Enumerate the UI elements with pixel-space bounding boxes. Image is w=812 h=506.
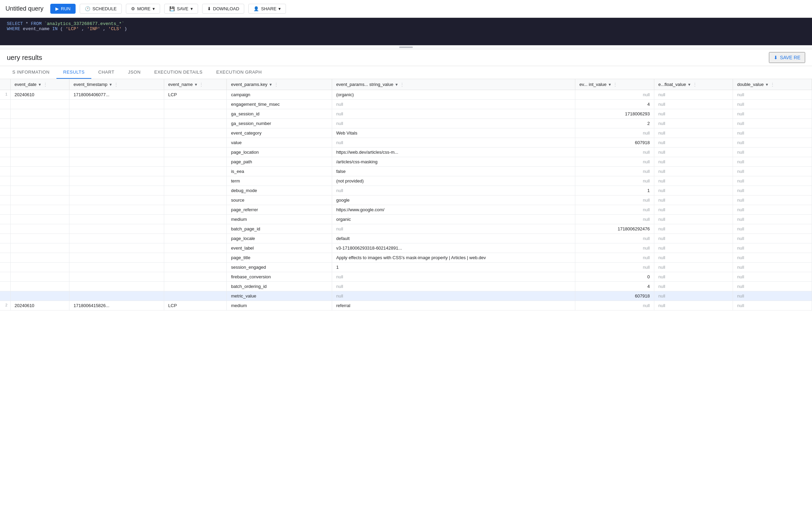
event-name-cell xyxy=(164,234,227,243)
table-row: firebase_conversionnull0nullnull xyxy=(0,272,812,282)
string-value-cell: Web Vitals xyxy=(332,128,575,138)
param-key-cell: page_location xyxy=(227,148,332,157)
col-header-float-value[interactable]: e...float_value ▼ ⋮ xyxy=(654,79,733,90)
col-header-event-name[interactable]: event_name ▼ ⋮ xyxy=(164,79,227,90)
event-date-cell xyxy=(10,272,69,282)
resize-string-value[interactable]: ⋮ xyxy=(400,82,401,87)
tab-chart[interactable]: CHART xyxy=(91,66,121,79)
param-key-cell: ga_session_number xyxy=(227,119,332,128)
float-value-cell: null xyxy=(654,128,733,138)
row-number: 2 xyxy=(0,301,10,311)
col-header-event-timestamp[interactable]: event_timestamp ▼ ⋮ xyxy=(69,79,164,90)
resize-handle[interactable] xyxy=(0,45,812,49)
row-number xyxy=(0,234,10,243)
string-value-cell: default xyxy=(332,234,575,243)
chevron-down-icon-share: ▾ xyxy=(278,6,281,11)
string-value-cell: (organic) xyxy=(332,90,575,100)
col-header-event-date[interactable]: event_date ▼ ⋮ xyxy=(10,79,69,90)
col-header-double-value[interactable]: double_value ▼ ⋮ xyxy=(733,79,812,90)
event-name-cell xyxy=(164,263,227,272)
event-date-cell xyxy=(10,138,69,148)
tab-results[interactable]: RESULTS xyxy=(56,66,92,79)
resize-event-date[interactable]: ⋮ xyxy=(43,82,44,87)
double-value-cell: null xyxy=(733,215,812,224)
share-icon: 👤 xyxy=(253,6,259,11)
save-icon: 💾 xyxy=(169,6,175,11)
sql-editor[interactable]: SELECT * FROM `analytics_337268677.event… xyxy=(0,18,812,45)
double-value-cell: null xyxy=(733,186,812,195)
save-results-button[interactable]: ⬇ SAVE RE xyxy=(769,52,805,63)
double-value-cell: null xyxy=(733,243,812,253)
results-header: uery results ⬇ SAVE RE xyxy=(0,49,812,66)
int-value-cell: null xyxy=(575,301,654,311)
param-key-cell: page_title xyxy=(227,253,332,263)
resize-double-value[interactable]: ⋮ xyxy=(770,82,772,87)
double-value-cell: null xyxy=(733,263,812,272)
row-number xyxy=(0,138,10,148)
tab-schema[interactable]: S INFORMATION xyxy=(5,66,56,79)
sort-icon-event-params-key: ▼ xyxy=(269,83,273,87)
int-value-cell: 1718006292476 xyxy=(575,224,654,234)
string-value-cell: null xyxy=(332,100,575,109)
int-value-cell: null xyxy=(575,215,654,224)
param-key-cell: event_category xyxy=(227,128,332,138)
event-date-cell xyxy=(10,282,69,291)
event-date-cell xyxy=(10,148,69,157)
table-row: page_locationhttps://web.dev/articles/cs… xyxy=(0,148,812,157)
row-number xyxy=(0,253,10,263)
float-value-cell: null xyxy=(654,224,733,234)
col-header-event-params-key[interactable]: event_params.key ▼ ⋮ xyxy=(227,79,332,90)
download-button[interactable]: ⬇ DOWNLOAD xyxy=(202,4,245,14)
schedule-button[interactable]: 🕐 SCHEDULE xyxy=(80,4,122,14)
more-button[interactable]: ⚙ MORE ▾ xyxy=(126,4,160,14)
table-row: page_referrerhttps://www.google.com/null… xyxy=(0,205,812,215)
event-timestamp-cell xyxy=(69,167,164,176)
tab-json[interactable]: JSON xyxy=(121,66,147,79)
param-key-cell: batch_page_id xyxy=(227,224,332,234)
param-key-cell: source xyxy=(227,195,332,205)
event-timestamp-cell xyxy=(69,119,164,128)
int-value-cell: null xyxy=(575,234,654,243)
table-header-row: event_date ▼ ⋮ event_timestamp ▼ ⋮ event… xyxy=(0,79,812,90)
table-row: page_titleApply effects to images with C… xyxy=(0,253,812,263)
param-key-cell: firebase_conversion xyxy=(227,272,332,282)
event-date-cell xyxy=(10,195,69,205)
col-header-string-value[interactable]: event_params... string_value ▼ ⋮ xyxy=(332,79,575,90)
event-name-cell xyxy=(164,186,227,195)
row-number xyxy=(0,148,10,157)
sort-icon-event-date: ▼ xyxy=(38,83,42,87)
resize-event-name[interactable]: ⋮ xyxy=(199,82,200,87)
int-value-cell: null xyxy=(575,205,654,215)
event-date-cell xyxy=(10,119,69,128)
string-value-cell: null xyxy=(332,186,575,195)
float-value-cell: null xyxy=(654,291,733,301)
resize-event-timestamp[interactable]: ⋮ xyxy=(114,82,115,87)
save-button[interactable]: 💾 SAVE ▾ xyxy=(164,4,198,14)
int-value-cell: 1718006293 xyxy=(575,109,654,119)
col-header-int-value[interactable]: ev... int_value ▼ ⋮ xyxy=(575,79,654,90)
event-date-cell xyxy=(10,224,69,234)
resize-int-value[interactable]: ⋮ xyxy=(613,82,614,87)
row-number xyxy=(0,272,10,282)
tab-execution-graph[interactable]: EXECUTION GRAPH xyxy=(209,66,269,79)
share-button[interactable]: 👤 SHARE ▾ xyxy=(248,4,286,14)
row-number xyxy=(0,167,10,176)
string-value-cell: null xyxy=(332,224,575,234)
row-number xyxy=(0,291,10,301)
param-key-cell: term xyxy=(227,176,332,186)
resize-float-value[interactable]: ⋮ xyxy=(693,82,694,87)
resize-event-params-key[interactable]: ⋮ xyxy=(274,82,275,87)
sort-icon-event-name: ▼ xyxy=(194,83,198,87)
run-icon: ▶ xyxy=(55,6,59,11)
float-value-cell: null xyxy=(654,301,733,311)
event-timestamp-cell xyxy=(69,138,164,148)
event-date-cell xyxy=(10,234,69,243)
int-value-cell: 4 xyxy=(575,282,654,291)
event-timestamp-cell xyxy=(69,282,164,291)
param-key-cell: is_eea xyxy=(227,167,332,176)
int-value-cell: 4 xyxy=(575,100,654,109)
schedule-icon: 🕐 xyxy=(85,6,90,11)
run-button[interactable]: ▶ RUN xyxy=(50,4,76,14)
tab-execution-details[interactable]: EXECUTION DETAILS xyxy=(147,66,209,79)
int-value-cell: null xyxy=(575,148,654,157)
